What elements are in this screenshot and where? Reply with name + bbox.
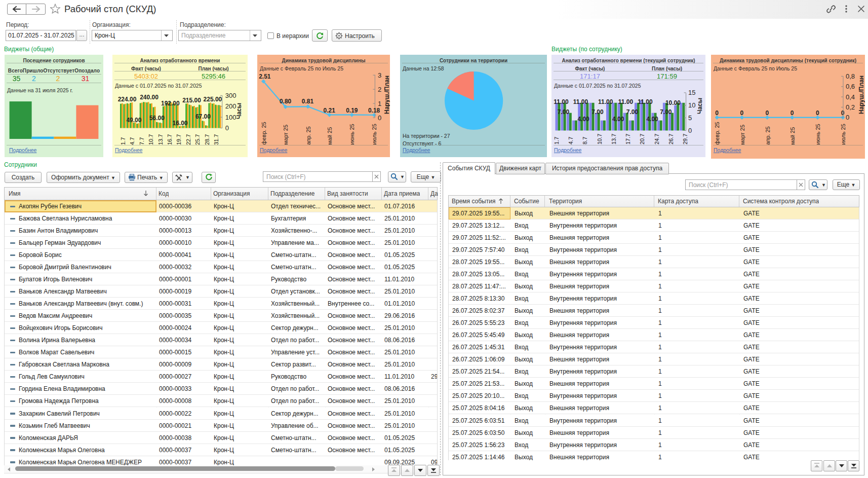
svg-text:0,2: 0,2 xyxy=(846,103,855,111)
svg-text:7.00: 7.00 xyxy=(660,108,672,116)
svg-text:июль 25: июль 25 xyxy=(371,124,377,145)
svg-text:19.7: 19.7 xyxy=(176,134,182,145)
svg-text:0: 0 xyxy=(715,109,719,117)
svg-text:февр. 25: февр. 25 xyxy=(714,122,720,144)
svg-text:13.7: 13.7 xyxy=(157,134,164,145)
svg-text:Часы: Часы xyxy=(696,98,703,114)
svg-text:0: 0 xyxy=(816,109,819,117)
svg-text:300: 300 xyxy=(225,92,236,99)
svg-text:67.00: 67.00 xyxy=(195,113,211,120)
svg-text:Часы: Часы xyxy=(235,103,243,119)
svg-text:май 25: май 25 xyxy=(327,127,333,145)
svg-text:март 25: март 25 xyxy=(739,125,745,145)
svg-text:29.7: 29.7 xyxy=(682,134,688,144)
svg-text:3: 3 xyxy=(378,71,381,79)
svg-text:0,6: 0,6 xyxy=(846,83,855,90)
svg-text:10.00: 10.00 xyxy=(665,99,681,106)
svg-text:0,8: 0,8 xyxy=(846,72,855,80)
svg-text:15: 15 xyxy=(688,89,695,96)
svg-text:26.7: 26.7 xyxy=(668,134,674,144)
svg-text:7.7: 7.7 xyxy=(139,137,145,145)
svg-text:225.00: 225.00 xyxy=(204,96,222,103)
svg-text:11.00: 11.00 xyxy=(573,98,588,105)
svg-text:11.00: 11.00 xyxy=(554,98,569,105)
svg-text:22.7: 22.7 xyxy=(185,134,191,145)
svg-text:0.80: 0.80 xyxy=(280,98,292,105)
svg-text:10.7: 10.7 xyxy=(597,134,603,144)
svg-text:июнь 25: июнь 25 xyxy=(815,124,821,144)
svg-text:200: 200 xyxy=(225,102,236,110)
svg-text:1.7: 1.7 xyxy=(120,137,126,145)
svg-text:100: 100 xyxy=(225,114,236,121)
svg-text:13.7: 13.7 xyxy=(611,134,617,144)
svg-text:апр. 25: апр. 25 xyxy=(765,126,771,145)
svg-text:Наруш./План: Наруш./План xyxy=(383,76,390,114)
svg-text:0.81: 0.81 xyxy=(302,98,314,105)
svg-text:0.18: 0.18 xyxy=(368,107,380,114)
svg-text:56.00: 56.00 xyxy=(149,115,165,122)
svg-text:1.7: 1.7 xyxy=(554,137,560,144)
svg-text:май 25: май 25 xyxy=(790,127,796,145)
svg-text:июль 25: июль 25 xyxy=(840,124,846,145)
svg-text:7.00: 7.00 xyxy=(591,108,604,116)
svg-text:8.7: 8.7 xyxy=(582,137,588,144)
svg-text:2: 2 xyxy=(378,86,381,93)
svg-text:4.7: 4.7 xyxy=(129,137,135,145)
svg-text:2.51: 2.51 xyxy=(259,73,271,80)
svg-text:февр. 25: февр. 25 xyxy=(261,122,267,144)
svg-text:240.00: 240.00 xyxy=(140,94,159,101)
svg-text:4.7: 4.7 xyxy=(568,137,574,144)
svg-text:28.7: 28.7 xyxy=(204,134,210,145)
svg-text:4.00: 4.00 xyxy=(612,116,624,123)
svg-text:0: 0 xyxy=(791,109,794,117)
svg-text:7.00: 7.00 xyxy=(558,108,570,116)
svg-text:24.7: 24.7 xyxy=(654,134,660,144)
svg-text:апр. 25: апр. 25 xyxy=(305,126,311,145)
svg-text:10: 10 xyxy=(688,101,695,109)
svg-text:7.00: 7.00 xyxy=(626,108,639,116)
svg-text:11.00: 11.00 xyxy=(598,98,613,105)
svg-text:11.00: 11.00 xyxy=(618,98,634,105)
svg-text:июнь 25: июнь 25 xyxy=(349,124,355,144)
svg-text:4.00: 4.00 xyxy=(646,116,658,123)
svg-text:0: 0 xyxy=(846,114,849,121)
svg-text:31.7: 31.7 xyxy=(213,134,219,145)
svg-text:1: 1 xyxy=(378,100,381,107)
svg-text:215.00: 215.00 xyxy=(182,97,201,104)
svg-text:16.7: 16.7 xyxy=(167,134,173,145)
svg-text:март 25: март 25 xyxy=(283,125,289,145)
svg-text:5: 5 xyxy=(688,114,692,122)
svg-text:0: 0 xyxy=(766,109,769,117)
svg-text:0: 0 xyxy=(688,127,692,134)
svg-text:0,4: 0,4 xyxy=(846,93,855,101)
svg-text:192.00: 192.00 xyxy=(161,100,180,107)
svg-text:Наруш./План: Наруш./План xyxy=(858,76,865,114)
svg-text:49.00: 49.00 xyxy=(126,117,141,124)
svg-text:10.7: 10.7 xyxy=(148,134,154,145)
svg-text:17.7: 17.7 xyxy=(625,134,631,144)
svg-text:0: 0 xyxy=(740,109,744,117)
svg-text:20.7: 20.7 xyxy=(639,134,645,144)
svg-text:0: 0 xyxy=(378,114,381,122)
svg-text:11.00: 11.00 xyxy=(638,98,653,105)
svg-text:4.00: 4.00 xyxy=(577,116,589,123)
svg-text:0: 0 xyxy=(841,109,845,117)
svg-text:25.7: 25.7 xyxy=(194,134,201,145)
svg-text:0.21: 0.21 xyxy=(324,107,336,114)
svg-text:0: 0 xyxy=(225,124,229,132)
svg-text:224.00: 224.00 xyxy=(118,96,137,103)
svg-text:16.00: 16.00 xyxy=(173,120,188,127)
svg-text:0.19: 0.19 xyxy=(346,107,358,114)
